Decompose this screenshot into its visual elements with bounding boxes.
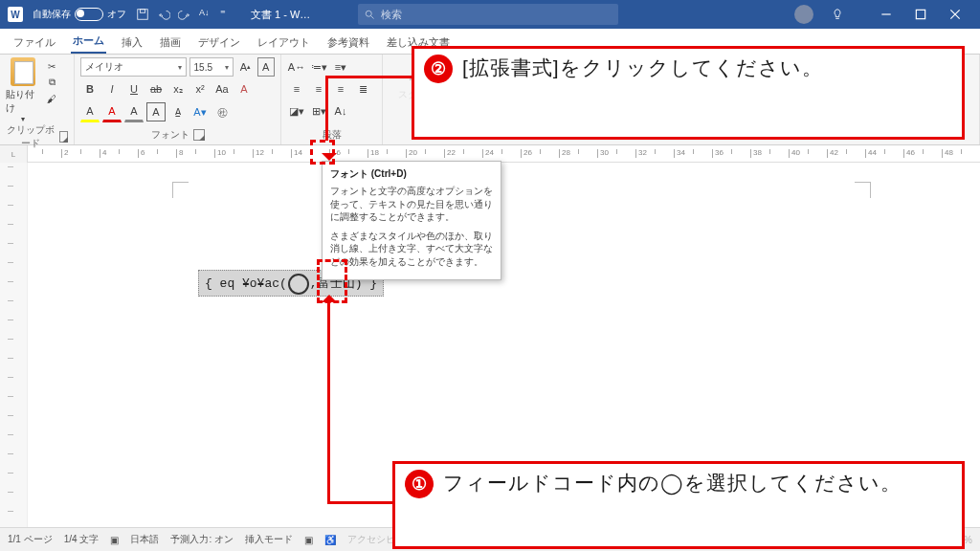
- status-language[interactable]: 日本語: [130, 533, 159, 546]
- group-font: メイリオ▾ 15.5▾ A▴ A B I U ab x₂ x² Aa A A A…: [75, 55, 281, 144]
- qat-overflow-icon[interactable]: ⁼: [220, 8, 234, 21]
- bold-button[interactable]: B: [80, 79, 100, 99]
- tab-home[interactable]: ホーム: [71, 30, 106, 54]
- superscript-button[interactable]: x²: [190, 79, 210, 99]
- phonetic-guide-button[interactable]: A̲: [168, 102, 188, 121]
- document-title: 文書 1 - W…: [251, 8, 310, 22]
- status-spell-icon[interactable]: ▣: [110, 535, 119, 545]
- paste-label: 貼り付け: [6, 88, 40, 115]
- font-color-button[interactable]: A: [102, 101, 122, 122]
- change-case-button[interactable]: Aa: [212, 79, 232, 99]
- font-tooltip: フォント (Ctrl+D) フォントと文字の高度なオプションを使って、テキストの…: [322, 161, 501, 280]
- field-code-pre: { eq ¥o¥ac(: [205, 276, 287, 291]
- font-dialog-launcher[interactable]: [193, 129, 205, 141]
- tab-references[interactable]: 参考資料: [325, 32, 371, 54]
- svg-rect-0: [138, 10, 148, 20]
- align-left-button[interactable]: ≡: [287, 79, 306, 99]
- font-size-combo[interactable]: 15.5▾: [189, 57, 234, 77]
- redo-icon[interactable]: [178, 8, 191, 21]
- annotation-line: [327, 298, 330, 504]
- tab-design[interactable]: デザイン: [196, 32, 242, 54]
- tab-layout[interactable]: レイアウト: [256, 32, 312, 54]
- titlebar: W 自動保存 オフ A↓ ⁼ 文書 1 - W… 検索: [0, 0, 980, 29]
- status-macro-icon[interactable]: ▣: [304, 535, 313, 545]
- clear-format-button[interactable]: A: [234, 79, 254, 99]
- annotation-line: [325, 76, 328, 141]
- text-effects-button[interactable]: A▾: [190, 102, 210, 121]
- tooltip-title: フォント (Ctrl+D): [330, 167, 493, 181]
- group-paragraph: A↔ ≔▾ ≡▾ ≡ ≡ ≡ ≣ ◪▾ ⊞▾ A↓ 段落: [281, 55, 383, 144]
- format-painter-icon[interactable]: 🖌: [44, 92, 59, 105]
- app-icon: W: [8, 7, 23, 22]
- vertical-ruler: [0, 163, 28, 528]
- highlight-button[interactable]: A: [80, 101, 100, 122]
- bullets-button[interactable]: ≔▾: [309, 57, 328, 77]
- status-page[interactable]: 1/1 ページ: [8, 533, 53, 546]
- field-code-circle[interactable]: [288, 274, 309, 295]
- copy-icon[interactable]: ⧉: [44, 76, 59, 89]
- numbering-button[interactable]: ≡▾: [331, 57, 350, 77]
- char-shading-button[interactable]: A: [124, 101, 144, 122]
- tab-insert[interactable]: 挿入: [120, 32, 145, 54]
- svg-point-2: [367, 11, 372, 16]
- align-right-button[interactable]: ≡: [331, 79, 350, 99]
- tooltip-line2: さまざまなスタイルや色のほか、取り消し線、上付き文字、すべて大文字などの効果を加…: [330, 230, 493, 269]
- annotation-line: [327, 501, 394, 504]
- subscript-button[interactable]: x₂: [168, 79, 188, 99]
- annotation-line: [328, 76, 412, 78]
- font-name-value: メイリオ: [85, 60, 123, 74]
- maximize-button[interactable]: [903, 0, 938, 29]
- justify-button[interactable]: ≣: [353, 79, 372, 99]
- clipboard-dialog-launcher[interactable]: [59, 131, 68, 143]
- annotation-arrow-up: [322, 287, 337, 302]
- strike-button[interactable]: ab: [146, 79, 166, 99]
- close-button[interactable]: [938, 0, 972, 29]
- callout-2-text: [拡張書式]をクリックしてください。: [462, 55, 823, 81]
- tab-draw[interactable]: 描画: [158, 32, 183, 54]
- status-words[interactable]: 1/4 文字: [64, 533, 100, 546]
- search-icon: [364, 9, 375, 20]
- extended-format-button[interactable]: A↔: [287, 57, 306, 77]
- status-predict[interactable]: 予測入力: オン: [170, 533, 234, 546]
- callout-1-number: ①: [405, 470, 434, 498]
- search-box[interactable]: 検索: [358, 4, 618, 25]
- tooltip-line1: フォントと文字の高度なオプションを使って、テキストの見た目を思い通りに調整するこ…: [330, 185, 493, 224]
- callout-1-text: フィールドコード内の◯を選択してください。: [443, 470, 902, 496]
- qat-more-icon[interactable]: A↓: [199, 8, 212, 21]
- status-acc-icon[interactable]: ♿: [324, 535, 336, 545]
- char-border-button[interactable]: A: [146, 102, 166, 121]
- quick-access-toolbar: A↓ ⁼: [136, 8, 234, 21]
- autosave-toggle[interactable]: 自動保存 オフ: [33, 8, 126, 21]
- hint-icon[interactable]: [831, 8, 844, 21]
- search-placeholder: 検索: [381, 8, 402, 22]
- enclose-button[interactable]: ㊓: [212, 102, 232, 121]
- enclose-char-icon[interactable]: A: [257, 57, 275, 77]
- grow-font-icon[interactable]: A▴: [236, 57, 254, 77]
- tab-file[interactable]: ファイル: [11, 32, 57, 54]
- status-mode[interactable]: 挿入モード: [245, 533, 293, 546]
- save-icon[interactable]: [136, 8, 149, 21]
- shading-button[interactable]: ◪▾: [287, 101, 306, 121]
- group-label: フォント: [151, 128, 189, 142]
- minimize-button[interactable]: [869, 0, 903, 29]
- sort-button[interactable]: A↓: [331, 101, 350, 121]
- italic-button[interactable]: I: [102, 79, 122, 99]
- annotation-arrow-down: [322, 153, 337, 168]
- callout-1: ① フィールドコード内の◯を選択してください。: [392, 461, 965, 549]
- font-size-value: 15.5: [194, 62, 212, 73]
- account-avatar[interactable]: [794, 5, 813, 24]
- paste-button[interactable]: 貼り付け ▾: [6, 57, 40, 123]
- group-clipboard: 貼り付け ▾ ✂ ⧉ 🖌 クリップボード: [0, 55, 75, 144]
- callout-2: ② [拡張書式]をクリックしてください。: [412, 46, 965, 140]
- autosave-state: オフ: [107, 8, 126, 21]
- underline-button[interactable]: U: [124, 79, 144, 99]
- font-name-combo[interactable]: メイリオ▾: [80, 57, 187, 77]
- undo-icon[interactable]: [157, 8, 170, 21]
- svg-rect-1: [140, 10, 145, 13]
- callout-2-number: ②: [424, 55, 453, 83]
- svg-rect-3: [916, 10, 924, 18]
- cut-icon[interactable]: ✂: [44, 59, 59, 73]
- autosave-label: 自動保存: [33, 8, 71, 21]
